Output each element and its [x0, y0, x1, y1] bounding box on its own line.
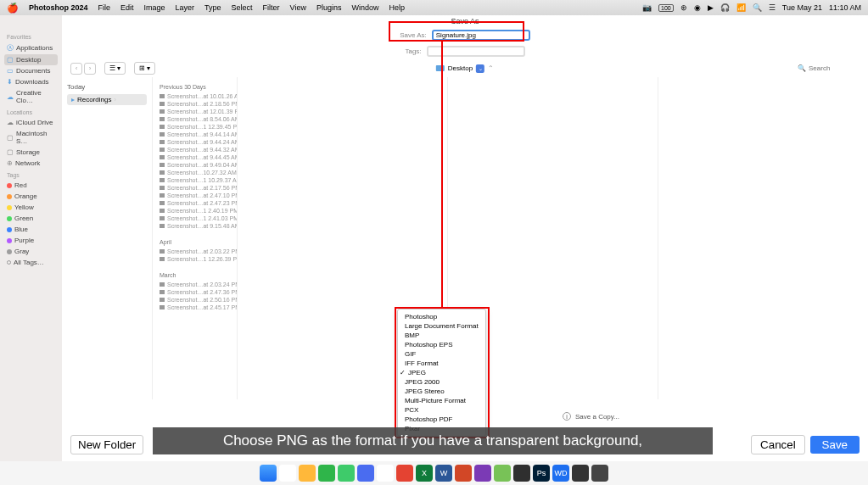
time[interactable]: 11:10 AM — [829, 3, 861, 12]
search-input[interactable] — [809, 64, 860, 72]
info-icon[interactable]: i — [563, 412, 571, 421]
dock-app-4[interactable] — [338, 465, 355, 482]
dock-app-5[interactable] — [357, 465, 374, 482]
dock-app-10[interactable] — [455, 465, 472, 482]
sidebar-tag-gray[interactable]: Gray — [4, 246, 58, 257]
dock-app-9[interactable]: W — [435, 465, 452, 482]
dock-app-8[interactable]: X — [416, 465, 433, 482]
view-mode-button[interactable]: ☰ ▾ — [104, 62, 126, 75]
sidebar-tag-green[interactable]: Green — [4, 213, 58, 224]
file-item[interactable]: Screenshot…at 9.15.48 AM — [155, 222, 234, 230]
back-button[interactable]: ‹ — [70, 63, 82, 75]
file-item[interactable]: Screenshot…at 2.47.23 PM — [155, 199, 234, 207]
dock-app-13[interactable] — [513, 465, 530, 482]
app-name[interactable]: Photoshop 2024 — [29, 3, 88, 12]
status-icon[interactable]: ⊛ — [680, 3, 687, 12]
date[interactable]: Tue May 21 — [782, 3, 822, 12]
menu-filter[interactable]: Filter — [263, 3, 280, 12]
dock-app-0[interactable] — [260, 465, 277, 482]
format-option-jpeg2000[interactable]: JPEG 2000 — [398, 377, 485, 387]
file-item[interactable]: Screenshot…1 2.40.19 PM — [155, 207, 234, 215]
forward-button[interactable]: › — [84, 63, 96, 75]
format-option-photoshoppdf[interactable]: Photoshop PDF — [398, 415, 485, 424]
dock-app-17[interactable] — [591, 465, 608, 482]
file-item[interactable]: Screenshot…at 2.45.17 PM — [155, 304, 234, 311]
sidebar-item-applications[interactable]: ⒶApplications — [4, 42, 58, 54]
format-option-largedocumentformat[interactable]: Large Document Format — [398, 321, 485, 331]
dock-app-11[interactable] — [474, 465, 491, 482]
sidebar-all-tags[interactable]: All Tags… — [4, 257, 58, 268]
cancel-button[interactable]: Cancel — [751, 435, 805, 454]
menu-file[interactable]: File — [98, 3, 111, 12]
sidebar-tag-orange[interactable]: Orange — [4, 191, 58, 202]
menu-view[interactable]: View — [290, 3, 306, 12]
menu-help[interactable]: Help — [389, 3, 406, 12]
sidebar-item-storage[interactable]: ▢Storage — [4, 147, 58, 158]
sidebar-item-iclouddrive[interactable]: ☁iCloud Drive — [4, 117, 58, 128]
menu-layer[interactable]: Layer — [176, 3, 195, 12]
sidebar-tag-yellow[interactable]: Yellow — [4, 202, 58, 213]
file-item[interactable]: Screenshot…at 12.01.39 PM — [155, 108, 234, 115]
format-option-multipictureformat[interactable]: Multi-Picture Format — [398, 396, 485, 405]
screenrec-icon[interactable]: 📷 — [642, 3, 652, 12]
file-item[interactable]: Screenshot…at 8.54.06 AM — [155, 115, 234, 123]
format-option-jpegstereo[interactable]: JPEG Stereo — [398, 387, 485, 396]
sidebar-tag-red[interactable]: Red — [4, 180, 58, 191]
file-item[interactable]: Screenshot…10.27.32 AM — [155, 169, 234, 176]
format-option-iffformat[interactable]: IFF Format — [398, 359, 485, 368]
sidebar-item-documents[interactable]: ▭Documents — [4, 65, 58, 76]
file-item[interactable]: Screenshot…at 9.44.24 AM — [155, 138, 234, 146]
format-option-pcx[interactable]: PCX — [398, 405, 485, 415]
menu-image[interactable]: Image — [144, 3, 165, 12]
menu-select[interactable]: Select — [232, 3, 253, 12]
format-option-bmp[interactable]: BMP — [398, 331, 485, 340]
sidebar-item-desktop[interactable]: ▢Desktop — [4, 54, 58, 65]
location-toggle-icon[interactable]: ⌃ — [488, 64, 494, 72]
menu-type[interactable]: Type — [204, 3, 221, 12]
file-item[interactable]: Screenshot…at 2.17.56 PM — [155, 184, 234, 192]
dock-app-1[interactable] — [279, 465, 296, 482]
wifi-icon[interactable]: 📶 — [736, 3, 746, 12]
headphones-icon[interactable]: 🎧 — [720, 3, 730, 12]
file-item[interactable]: Screenshot…at 2.03.24 PM — [155, 281, 234, 288]
filename-input[interactable] — [432, 30, 530, 41]
file-item[interactable]: Screenshot…at 9.44.45 AM — [155, 153, 234, 161]
file-item[interactable]: Screenshot…at 2.47.36 PM — [155, 288, 234, 296]
format-option-photoshop[interactable]: Photoshop — [398, 312, 485, 321]
menu-window[interactable]: Window — [352, 3, 379, 12]
location-name[interactable]: Desktop — [448, 64, 473, 72]
dock-app-16[interactable] — [572, 465, 589, 482]
sidebar-item-downloads[interactable]: ⬇Downloads — [4, 76, 58, 87]
status-icon2[interactable]: ◉ — [694, 3, 701, 12]
dock-app-6[interactable]: 21 — [377, 465, 394, 482]
save-button[interactable]: Save — [810, 436, 860, 454]
recordings-folder[interactable]: ▸ Recordings › — [67, 94, 147, 105]
format-option-jpeg[interactable]: JPEG — [398, 368, 485, 377]
format-dropdown[interactable]: PhotoshopLarge Document FormatBMPPhotosh… — [397, 309, 486, 437]
file-item[interactable]: Screenshot…at 10.01.26 AM — [155, 92, 234, 100]
format-option-photoshopeps[interactable]: Photoshop EPS — [398, 340, 485, 349]
sidebar-item-macintoshs[interactable]: ▢Macintosh S… — [4, 128, 58, 147]
file-item[interactable]: Screenshot…at 9.44.14 AM — [155, 131, 234, 138]
dock-app-15[interactable]: WD — [552, 465, 569, 482]
file-item[interactable]: Screenshot…at 2.18.56 PM — [155, 100, 234, 108]
file-item[interactable]: Screenshot…1 10.29.37 AM — [155, 176, 234, 184]
search-icon[interactable]: 🔍 — [753, 3, 762, 12]
file-item[interactable]: Screenshot…at 9.49.04 AM — [155, 161, 234, 169]
menu-edit[interactable]: Edit — [120, 3, 134, 12]
sidebar-item-creativeclo[interactable]: ☁Creative Clo… — [4, 87, 58, 106]
location-dropdown-icon[interactable]: ⌄ — [476, 64, 484, 73]
dock-app-14[interactable]: Ps — [533, 465, 550, 482]
menu-plugins[interactable]: Plugins — [316, 3, 342, 12]
dock-app-12[interactable] — [494, 465, 511, 482]
dock-app-2[interactable] — [299, 465, 316, 482]
group-button[interactable]: ⊞ ▾ — [134, 62, 155, 75]
file-item[interactable]: Screenshot…at 2.50.16 PM — [155, 296, 234, 304]
file-item[interactable]: Screenshot…1 12.26.39 PM — [155, 255, 234, 263]
sidebar-tag-purple[interactable]: Purple — [4, 235, 58, 246]
dock-app-3[interactable] — [318, 465, 335, 482]
apple-menu-icon[interactable]: 🍎 — [7, 3, 19, 14]
format-option-gif[interactable]: GIF — [398, 349, 485, 359]
play-icon[interactable]: ▶ — [708, 3, 714, 12]
new-folder-button[interactable]: New Folder — [70, 435, 143, 454]
